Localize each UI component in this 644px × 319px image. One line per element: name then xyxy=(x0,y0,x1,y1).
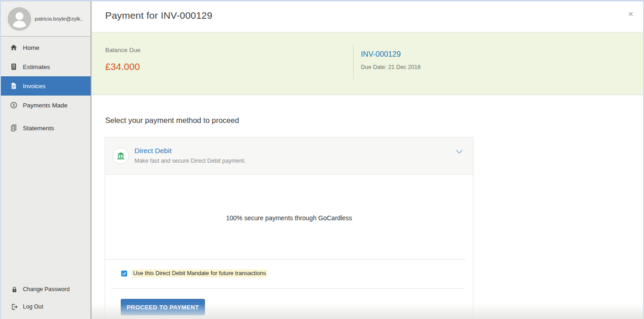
method-name: Direct Debit xyxy=(134,147,172,155)
sidebar-item-label: Statements xyxy=(23,125,54,132)
sidebar-item-statements[interactable]: Statements xyxy=(1,118,91,138)
method-icon-circle xyxy=(113,148,129,164)
due-date: Due Date: 21 Dec 2016 xyxy=(361,64,421,70)
direct-debit-card: Direct Debit Make fast and secure Direct… xyxy=(105,137,473,319)
close-icon[interactable]: ✕ xyxy=(626,9,636,19)
checkmark-icon xyxy=(122,271,127,276)
payment-modal: Payment for INV-000129 ✕ Balance Due £34… xyxy=(91,1,643,319)
sidebar-item-label: Home xyxy=(23,44,39,51)
sidebar-item-label: Log Out xyxy=(23,303,43,310)
user-panel: patricia.boyle@zylk.. xyxy=(1,1,91,37)
balance-due-amount: £34.000 xyxy=(105,61,140,72)
statement-icon xyxy=(10,124,17,132)
sidebar-item-label: Invoices xyxy=(23,83,46,90)
sidebar-item-home[interactable]: Home xyxy=(1,38,91,57)
direct-debit-card-header[interactable]: Direct Debit Make fast and secure Direct… xyxy=(105,138,473,175)
page-title: Payment for INV-000129 xyxy=(105,10,212,21)
banner-divider xyxy=(353,45,354,80)
mandate-checkbox[interactable] xyxy=(121,271,127,276)
user-email: patricia.boyle@zylk.. xyxy=(35,16,83,21)
bank-icon xyxy=(117,152,125,160)
divider xyxy=(105,259,466,260)
sidebar-item-label: Payments Made xyxy=(23,102,68,109)
invoice-summary-banner: Balance Due £34.000 INV-000129 Due Date:… xyxy=(91,32,643,95)
sidebar: patricia.boyle@zylk.. Home Estimates xyxy=(1,1,91,319)
payment-method-heading: Select your payment method to proceed xyxy=(105,116,239,125)
lock-icon xyxy=(11,286,18,293)
invoice-icon xyxy=(10,82,17,90)
invoice-number-link[interactable]: INV-000129 xyxy=(361,50,401,58)
sidebar-item-change-password[interactable]: Change Password xyxy=(1,283,91,296)
sidebar-item-log-out[interactable]: Log Out xyxy=(1,300,91,313)
avatar xyxy=(6,6,32,32)
client-portal-window: patricia.boyle@zylk.. Home Estimates xyxy=(0,0,644,319)
svg-text:$: $ xyxy=(13,103,15,107)
mandate-checkbox-label[interactable]: Use this Direct Debit Mandate for future… xyxy=(131,269,268,277)
secure-payment-note: 100% secure payments through GoCardless xyxy=(105,214,473,222)
home-icon xyxy=(10,44,17,51)
sidebar-item-label: Estimates xyxy=(23,64,50,70)
proceed-to-payment-button[interactable]: PROCEED TO PAYMENT xyxy=(121,299,205,315)
chevron-down-icon[interactable] xyxy=(456,148,463,156)
sidebar-item-estimates[interactable]: Estimates xyxy=(1,57,91,76)
sidebar-item-label: Change Password xyxy=(23,286,70,292)
logout-icon xyxy=(11,303,18,310)
method-description: Make fast and secure Direct Debit paymen… xyxy=(134,158,246,164)
calculator-icon xyxy=(10,63,17,70)
user-avatar-icon xyxy=(7,7,32,31)
sidebar-item-payments-made[interactable]: $ Payments Made xyxy=(1,96,91,115)
modal-header: Payment for INV-000129 ✕ xyxy=(91,1,643,32)
sidebar-item-invoices[interactable]: Invoices xyxy=(1,76,91,96)
balance-due-label: Balance Due xyxy=(105,47,140,53)
mandate-row: Use this Direct Debit Mandate for future… xyxy=(121,269,268,277)
dollar-circle-icon: $ xyxy=(10,101,17,109)
divider xyxy=(111,288,465,289)
